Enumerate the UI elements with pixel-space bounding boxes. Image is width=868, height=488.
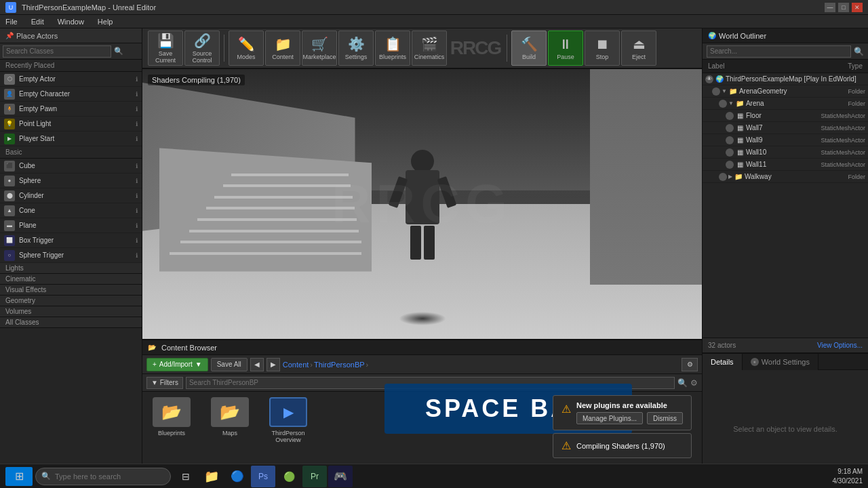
outliner-item-0[interactable]: 👁 🌍 ThirdPersonExampleMap [Play In EdWor… <box>703 73 868 85</box>
outliner-search-input[interactable] <box>707 45 851 58</box>
forward-button[interactable]: ▶ <box>267 358 280 371</box>
view-options-button[interactable]: View Options... <box>817 342 863 349</box>
folder-icon-8: 📁 <box>734 172 743 182</box>
visibility-icon-4[interactable] <box>726 124 734 132</box>
content-button[interactable]: 📁 Content <box>265 30 300 66</box>
taskbar-explorer[interactable]: 📁 <box>199 466 224 487</box>
save-icon: 💾 <box>157 33 174 49</box>
visibility-icon-6[interactable] <box>726 148 734 157</box>
taskbar-ps[interactable]: Ps <box>251 466 275 487</box>
blueprints-button[interactable]: 📋 Blueprints <box>375 30 410 66</box>
category-all-classes[interactable]: All Classes <box>0 317 142 328</box>
world-settings-tab[interactable]: ● World Settings <box>743 354 818 370</box>
visibility-icon-8[interactable] <box>719 173 727 181</box>
modes-button[interactable]: ✏️ Modes <box>229 30 264 66</box>
actor-item-cube[interactable]: ⬛ Cube ℹ <box>0 159 142 174</box>
search-execute-icon[interactable]: 🔍 <box>677 378 688 388</box>
visibility-icon-3[interactable] <box>726 112 734 120</box>
settings-button[interactable]: ⚙️ Settings <box>338 30 374 66</box>
taskbar-premiere[interactable]: Pr <box>302 466 327 487</box>
cb-folder-maps[interactable]: 📂 Maps <box>206 397 254 436</box>
add-import-button[interactable]: + Add/Import ▼ <box>146 358 208 371</box>
actor-item-box-trigger[interactable]: ⬜ Box Trigger ℹ <box>0 233 142 248</box>
menu-window[interactable]: Window <box>55 18 87 26</box>
outliner-item-1[interactable]: ▼ 📁 ArenaGeometry Folder <box>703 85 868 98</box>
pause-button[interactable]: ⏸ Pause <box>548 30 583 66</box>
actor-item-empty-character[interactable]: 👤 Empty Character ℹ <box>0 87 142 102</box>
outliner-item-6[interactable]: ▦ Wall10 StaticMeshActor <box>703 146 868 159</box>
category-lights[interactable]: Lights <box>0 263 142 274</box>
expand-arrow-8[interactable]: ▶ <box>728 174 732 180</box>
details-tab[interactable]: Details <box>703 354 743 370</box>
cb-folder-blueprints[interactable]: 📂 Blueprints <box>148 397 195 436</box>
visibility-icon-7[interactable] <box>726 161 734 169</box>
title-text: ThirdPersonExampleMap - Unreal Editor <box>22 3 156 12</box>
category-cinematic[interactable]: Cinematic <box>0 274 142 285</box>
close-button[interactable]: ✕ <box>852 3 863 12</box>
outliner-item-5[interactable]: ▦ Wall9 StaticMeshActor <box>703 134 868 146</box>
breadcrumb-content[interactable]: Content <box>283 361 309 369</box>
stop-button[interactable]: ⏹ Stop <box>585 30 620 66</box>
filter-button[interactable]: ▼ Filters <box>146 377 183 389</box>
save-current-button[interactable]: 💾 Save Current <box>148 30 183 66</box>
build-button[interactable]: 🔨 Build <box>511 30 547 66</box>
menu-edit[interactable]: Edit <box>28 18 47 26</box>
expand-arrow-2[interactable]: ▼ <box>728 100 734 106</box>
actor-item-plane[interactable]: ▬ Plane ℹ <box>0 218 142 233</box>
recently-placed-label: Recently Placed <box>0 60 142 72</box>
outliner-item-2[interactable]: ▼ 📁 Arena Folder <box>703 98 868 110</box>
source-control-label: Source Control <box>188 50 216 64</box>
visibility-icon-0[interactable]: 👁 <box>705 75 713 83</box>
taskbar-chrome-2[interactable]: 🟢 <box>277 466 301 487</box>
taskbar-chrome[interactable]: 🔵 <box>225 466 250 487</box>
maximize-button[interactable]: □ <box>838 3 849 12</box>
outliner-item-3[interactable]: ▦ Floor StaticMeshActor <box>703 110 868 122</box>
cb-blueprint-thirdperson[interactable]: ThirdPersonOverview <box>264 397 312 443</box>
minimize-button[interactable]: — <box>825 3 835 12</box>
stair-line-6 <box>214 196 353 199</box>
save-all-button[interactable]: Save All <box>211 358 248 371</box>
filter-options-icon[interactable]: ⚙ <box>690 378 698 388</box>
search-classes-input[interactable] <box>3 45 111 58</box>
taskbar-ue4[interactable]: 🎮 <box>328 466 353 487</box>
expand-arrow-1[interactable]: ▼ <box>722 88 727 94</box>
viewport[interactable]: RRCG Shaders Compiling (1,970) <box>142 69 702 339</box>
manage-plugins-button[interactable]: Manage Plugins... <box>576 412 643 424</box>
content-browser-toolbar: + Add/Import ▼ Save All ◀ ▶ Content › Th… <box>142 355 702 374</box>
settings-icon: ⚙️ <box>348 36 365 52</box>
source-control-button[interactable]: 🔗 Source Control <box>184 30 220 66</box>
outliner-item-4[interactable]: ▦ Wall7 StaticMeshActor <box>703 122 868 134</box>
actor-item-empty-actor[interactable]: ⬡ Empty Actor ℹ <box>0 72 142 87</box>
taskbar-search-input[interactable] <box>55 472 165 481</box>
actor-item-point-light[interactable]: 💡 Point Light ℹ <box>0 117 142 131</box>
visibility-icon-5[interactable] <box>726 136 734 144</box>
eject-button[interactable]: ⏏ Eject <box>621 30 656 66</box>
actor-item-cylinder[interactable]: ⬤ Cylinder ℹ <box>0 188 142 203</box>
outliner-item-8[interactable]: ▶ 📁 Walkway Folder <box>703 171 868 183</box>
taskbar-task-view[interactable]: ⊟ <box>174 466 198 487</box>
actor-item-sphere[interactable]: ● Sphere ℹ <box>0 174 142 188</box>
actor-item-player-start[interactable]: ▶ Player Start ℹ <box>0 131 142 146</box>
menu-file[interactable]: File <box>3 18 20 26</box>
actor-item-sphere-trigger[interactable]: ○ Sphere Trigger ℹ <box>0 248 142 263</box>
dismiss-plugins-button[interactable]: Dismiss <box>647 412 683 424</box>
shader-warning-icon: ⚠ <box>561 439 571 452</box>
content-browser-tab[interactable]: Content Browser <box>161 344 217 352</box>
menu-help[interactable]: Help <box>95 18 116 26</box>
visibility-icon-2[interactable] <box>719 100 727 108</box>
outliner-item-7[interactable]: ▦ Wall11 StaticMeshActor <box>703 159 868 171</box>
start-button[interactable]: ⊞ <box>5 467 33 486</box>
breadcrumb-thirpersonbp[interactable]: ThirdPersonBP <box>314 361 365 369</box>
marketplace-button[interactable]: 🛒 Marketplace <box>302 30 337 66</box>
cinematics-button[interactable]: 🎬 Cinematics <box>412 30 447 66</box>
category-visual-effects[interactable]: Visual Effects <box>0 285 142 296</box>
category-geometry[interactable]: Geometry <box>0 296 142 306</box>
actor-item-cone[interactable]: ▲ Cone ℹ <box>0 203 142 218</box>
actor-item-empty-pawn[interactable]: 🧍 Empty Pawn ℹ <box>0 102 142 117</box>
cb-settings-button[interactable]: ⚙ <box>682 358 698 371</box>
visibility-icon-1[interactable] <box>712 87 720 96</box>
category-volumes[interactable]: Volumes <box>0 306 142 317</box>
back-button[interactable]: ◀ <box>250 358 264 371</box>
stair-line-5 <box>206 207 355 209</box>
titlebar: U ThirdPersonExampleMap - Unreal Editor … <box>0 0 868 15</box>
